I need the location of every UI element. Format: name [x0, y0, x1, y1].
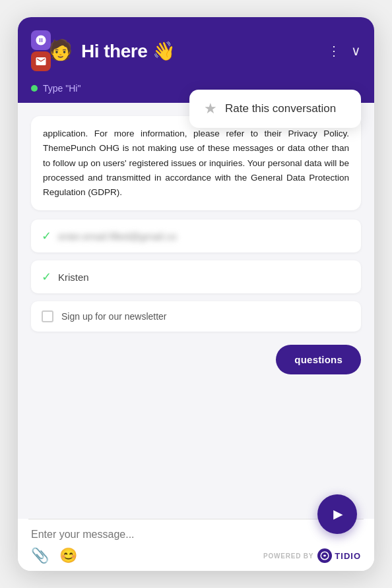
email-value: enter.email.filled@gmail.co: [58, 231, 176, 242]
name-value: Kristen: [58, 272, 89, 283]
email-check-icon: ✓: [42, 229, 51, 243]
form-fields: ✓ enter.email.filled@gmail.co ✓ Kristen …: [31, 220, 361, 332]
privacy-message: application. For more information, pleas…: [31, 116, 361, 210]
message-input[interactable]: [31, 529, 361, 541]
more-options-icon[interactable]: ⋮: [327, 43, 341, 59]
star-icon: ★: [204, 100, 217, 117]
avatar-person: 🧑: [48, 36, 72, 63]
header-actions: ⋮ ∨: [327, 43, 361, 59]
rate-conversation-tooltip[interactable]: ★ Rate this conversation: [189, 90, 361, 128]
avatar-group: 🧑: [31, 30, 72, 71]
email-field: ✓ enter.email.filled@gmail.co: [31, 220, 361, 252]
action-row: questions: [31, 345, 361, 374]
tidio-brand: TIDIO: [335, 551, 361, 561]
name-field: ✓ Kristen: [31, 260, 361, 293]
wave-emoji: 👋: [152, 41, 176, 61]
status-text: Type "Hi": [43, 83, 81, 94]
tidio-icon: [317, 548, 332, 563]
newsletter-label: Sign up for our newsletter: [61, 311, 167, 322]
bottom-icons: 📎 😊: [31, 547, 77, 564]
emoji-icon[interactable]: 😊: [59, 547, 77, 564]
rate-text: Rate this conversation: [225, 102, 336, 115]
message-text: application. For more information, pleas…: [43, 127, 349, 200]
send-button[interactable]: ►: [317, 494, 357, 534]
attachment-icon[interactable]: 📎: [31, 547, 49, 564]
chat-header: 🧑 Hi there 👋 ⋮ ∨ ★ Rate this conversatio…: [18, 17, 374, 83]
questions-button[interactable]: questions: [276, 345, 361, 374]
online-status-dot: [31, 85, 38, 92]
tidio-logo: TIDIO: [317, 548, 361, 563]
chat-widget: 🧑 Hi there 👋 ⋮ ∨ ★ Rate this conversatio…: [18, 17, 374, 571]
bottom-bar: 📎 😊 POWERED BY TIDIO: [31, 547, 361, 564]
powered-by: POWERED BY TIDIO: [263, 548, 361, 563]
header-title: Hi there 👋: [81, 40, 318, 62]
collapse-icon[interactable]: ∨: [351, 43, 361, 59]
name-check-icon: ✓: [42, 270, 51, 284]
newsletter-checkbox-field[interactable]: Sign up for our newsletter: [31, 301, 361, 332]
send-icon: ►: [331, 505, 346, 523]
powered-by-text: POWERED BY: [263, 552, 313, 560]
input-area: 📎 😊 POWERED BY TIDIO: [18, 519, 374, 571]
chat-body: application. For more information, pleas…: [18, 103, 374, 519]
newsletter-checkbox[interactable]: [42, 310, 53, 322]
